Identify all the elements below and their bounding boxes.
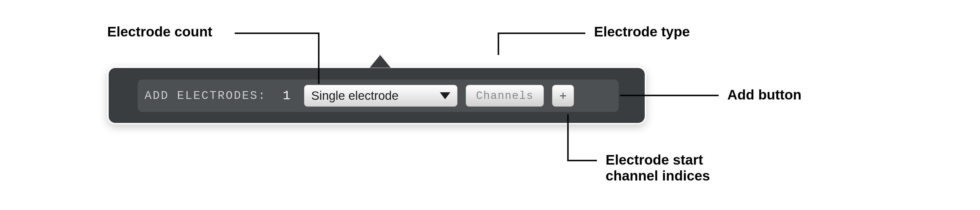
electrode-type-selected: Single electrode bbox=[311, 89, 440, 103]
add-electrodes-label: ADD ELECTRODES: bbox=[145, 89, 266, 103]
callout-start-indices: Electrode start channel indices bbox=[606, 152, 710, 184]
chevron-down-icon bbox=[440, 92, 450, 99]
callout-add-button: Add button bbox=[727, 87, 802, 103]
callout-electrode-count: Electrode count bbox=[107, 24, 212, 39]
electrode-type-dropdown[interactable]: Single electrode bbox=[304, 85, 458, 107]
popover-arrow bbox=[370, 55, 391, 68]
plus-icon: + bbox=[559, 88, 567, 103]
channels-input-button[interactable]: Channels bbox=[466, 85, 544, 107]
callout-electrode-type: Electrode type bbox=[594, 24, 690, 39]
channels-placeholder: Channels bbox=[476, 90, 533, 102]
electrode-count-input[interactable] bbox=[278, 88, 295, 103]
add-button[interactable]: + bbox=[552, 85, 574, 107]
add-electrodes-toolbar: ADD ELECTRODES: Single electrode Channel… bbox=[138, 79, 619, 112]
add-electrodes-panel: ADD ELECTRODES: Single electrode Channel… bbox=[107, 66, 646, 125]
